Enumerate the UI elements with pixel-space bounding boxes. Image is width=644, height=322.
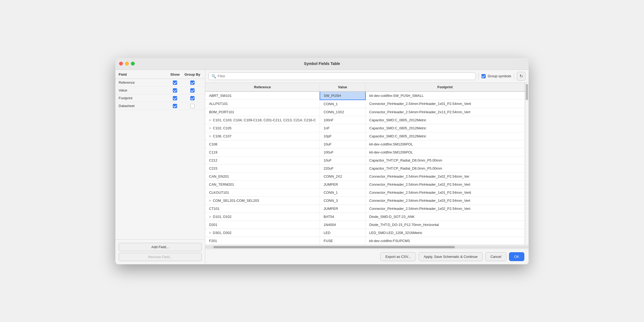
cell-footprint[interactable]: Connector_PinHeader_2.54mm:PinHeader_2x1… xyxy=(365,108,525,116)
table-row[interactable]: D2011N4004Diode_THT:D_DO-15_P12.70mm_Hor… xyxy=(205,221,525,229)
groupby-checkbox[interactable] xyxy=(190,96,195,100)
expand-icon[interactable]: > xyxy=(209,199,212,203)
table-row[interactable]: ALLPST101CONN_1Connector_PinHeader_2.54m… xyxy=(205,100,525,108)
remove-field-button[interactable]: Remove Field... xyxy=(119,253,202,261)
table-row[interactable]: CLKOUT101CONN_1Connector_PinHeader_2.54m… xyxy=(205,188,525,196)
cell-value[interactable]: 10uF xyxy=(320,156,365,164)
show-checkbox[interactable] xyxy=(173,104,177,108)
table-row[interactable]: C215220uFCapacitor_THT:CP_Radial_D8.0mm_… xyxy=(205,164,525,172)
cell-reference[interactable]: F201 xyxy=(205,237,320,245)
table-row[interactable]: > D301, D302LEDLED_SMD:LED_1206_3216Metr… xyxy=(205,229,525,237)
table-row[interactable]: > C106, C10710pFCapacitor_SMD:C_0805_201… xyxy=(205,132,525,140)
cell-value[interactable]: 100uF xyxy=(320,148,365,156)
cell-reference[interactable]: CAN_TERM201 xyxy=(205,180,320,188)
add-field-button[interactable]: Add Field... xyxy=(119,243,202,251)
expand-icon[interactable]: > xyxy=(209,215,212,219)
show-checkbox[interactable] xyxy=(173,96,177,100)
groupby-checkbox[interactable] xyxy=(190,80,195,85)
cell-footprint[interactable]: Capacitor_SMD:C_0805_2012Metric xyxy=(365,124,525,132)
cell-footprint[interactable]: Connector_PinHeader_2.54mm:PinHeader_1x0… xyxy=(365,204,525,213)
cell-reference[interactable]: C212 xyxy=(205,156,320,164)
cell-footprint[interactable]: kit-dev-coldfire:SM1206POL xyxy=(365,140,525,148)
table-row[interactable]: ABRT_SW101SW_PUSHkit-dev-coldfire:SW_PUS… xyxy=(205,92,525,100)
cell-reference[interactable]: > C106, C107 xyxy=(205,132,320,140)
ok-button[interactable]: OK xyxy=(509,252,524,261)
close-button[interactable] xyxy=(119,62,123,65)
cell-value[interactable]: CONN_1 xyxy=(320,188,365,196)
expand-icon[interactable]: > xyxy=(209,134,212,138)
cell-reference[interactable]: C215 xyxy=(205,164,320,172)
cell-value[interactable]: CONN_2X2 xyxy=(320,172,365,180)
vertical-scrollbar[interactable] xyxy=(525,83,529,245)
table-row[interactable]: > C102, C1051nFCapacitor_SMD:C_0805_2012… xyxy=(205,124,525,132)
cell-reference[interactable]: BDM_PORT101 xyxy=(205,108,320,116)
table-row[interactable]: C10810uFkit-dev-coldfire:SM1206POL xyxy=(205,140,525,148)
expand-icon[interactable]: > xyxy=(209,118,212,122)
export-csv-button[interactable]: Export as CSV... xyxy=(380,252,416,261)
cell-footprint[interactable]: Capacitor_SMD:C_0805_2012Metric xyxy=(365,116,525,124)
cell-value[interactable]: 220uF xyxy=(320,164,365,172)
cell-value[interactable]: SW_PUSH xyxy=(320,92,365,100)
table-row[interactable]: > C101, C103, C104, C109-C118, C201-C211… xyxy=(205,116,525,124)
filter-input[interactable] xyxy=(218,74,473,78)
cell-reference[interactable]: > COM_SEL201-COM_SEL203 xyxy=(205,196,320,204)
cell-footprint[interactable]: Connector_PinHeader_2.54mm:PinHeader_1x0… xyxy=(365,188,525,196)
expand-icon[interactable]: > xyxy=(209,231,212,235)
cell-reference[interactable]: C108 xyxy=(205,140,320,148)
cell-value[interactable]: 10pF xyxy=(320,132,365,140)
table-row[interactable]: > COM_SEL201-COM_SEL203CONN_3Connector_P… xyxy=(205,196,525,204)
refresh-button[interactable]: ↻ xyxy=(517,72,525,80)
cell-reference[interactable]: > D101, D102 xyxy=(205,213,320,221)
cell-footprint[interactable]: Connector_PinHeader_2.54mm:PinHeader_1x0… xyxy=(365,196,525,204)
cell-value[interactable]: FUSE xyxy=(320,237,365,245)
show-checkbox[interactable] xyxy=(173,88,177,93)
cell-footprint[interactable]: Capacitor_THT:CP_Radial_D8.0mm_P5.00mm xyxy=(365,164,525,172)
cell-reference[interactable]: C119 xyxy=(205,148,320,156)
groupby-checkbox[interactable] xyxy=(190,88,195,93)
groupby-checkbox[interactable] xyxy=(190,104,195,108)
cell-footprint[interactable]: Connector_PinHeader_2.54mm:PinHeader_1x0… xyxy=(365,100,525,108)
minimize-button[interactable] xyxy=(125,62,129,65)
table-row[interactable]: C119100uFkit-dev-coldfire:SM1206POL xyxy=(205,148,525,156)
cell-footprint[interactable]: Capacitor_SMD:C_0805_2012Metric xyxy=(365,132,525,140)
cell-value[interactable]: CONN_3 xyxy=(320,196,365,204)
cell-value[interactable]: JUMPER xyxy=(320,180,365,188)
cell-reference[interactable]: CLKOUT101 xyxy=(205,188,320,196)
cell-footprint[interactable]: Capacitor_THT:CP_Radial_D8.0mm_P5.00mm xyxy=(365,156,525,164)
cell-value[interactable]: 100nF xyxy=(320,116,365,124)
cell-reference[interactable]: ALLPST101 xyxy=(205,100,320,108)
table-row[interactable]: CT101JUMPERConnector_PinHeader_2.54mm:Pi… xyxy=(205,204,525,213)
cancel-button[interactable]: Cancel xyxy=(485,252,506,261)
cell-footprint[interactable]: Connector_PinHeader_2.54mm:PinHeader_1x0… xyxy=(365,180,525,188)
cell-footprint[interactable]: kit-dev-coldfire:FSUPCMS xyxy=(365,237,525,245)
cell-footprint[interactable]: Diode_THT:D_DO-15_P12.70mm_Horizontal xyxy=(365,221,525,229)
cell-footprint[interactable]: Connector_PinHeader_2.54mm:PinHeader_2x0… xyxy=(365,172,525,180)
cell-reference[interactable]: D201 xyxy=(205,221,320,229)
cell-footprint[interactable]: Diode_SMD:D_SOT-23_ANK xyxy=(365,213,525,221)
cell-reference[interactable]: CT101 xyxy=(205,204,320,213)
table-row[interactable]: C21210uFCapacitor_THT:CP_Radial_D8.0mm_P… xyxy=(205,156,525,164)
cell-reference[interactable]: > C101, C103, C104, C109-C118, C201-C211… xyxy=(205,116,320,124)
group-symbols-checkbox[interactable] xyxy=(481,74,486,78)
cell-value[interactable]: 1N4004 xyxy=(320,221,365,229)
table-row[interactable]: CAN_EN201CONN_2X2Connector_PinHeader_2.5… xyxy=(205,172,525,180)
table-row[interactable]: CAN_TERM201JUMPERConnector_PinHeader_2.5… xyxy=(205,180,525,188)
show-checkbox[interactable] xyxy=(173,80,177,85)
cell-footprint[interactable]: LED_SMD:LED_1206_3216Metric xyxy=(365,229,525,237)
maximize-button[interactable] xyxy=(131,62,135,65)
cell-footprint[interactable]: kit-dev-coldfire:SW_PUSH_SMALL xyxy=(365,92,525,100)
apply-save-button[interactable]: Apply, Save Schematic & Continue xyxy=(419,252,483,261)
cell-value[interactable]: BAT54 xyxy=(320,213,365,221)
cell-value[interactable]: LED xyxy=(320,229,365,237)
horizontal-scrollbar-area[interactable] xyxy=(205,245,529,249)
cell-reference[interactable]: CAN_EN201 xyxy=(205,172,320,180)
cell-reference[interactable]: > C102, C105 xyxy=(205,124,320,132)
cell-value[interactable]: JUMPER xyxy=(320,204,365,213)
table-row[interactable]: F201FUSEkit-dev-coldfire:FSUPCMS xyxy=(205,237,525,245)
search-box[interactable]: 🔍 xyxy=(208,72,476,80)
expand-icon[interactable]: > xyxy=(209,126,212,130)
table-row[interactable]: BDM_PORT101CONN_13X2Connector_PinHeader_… xyxy=(205,108,525,116)
cell-footprint[interactable]: kit-dev-coldfire:SM1206POL xyxy=(365,148,525,156)
cell-value[interactable]: 10uF xyxy=(320,140,365,148)
cell-value[interactable]: CONN_13X2 xyxy=(320,108,365,116)
